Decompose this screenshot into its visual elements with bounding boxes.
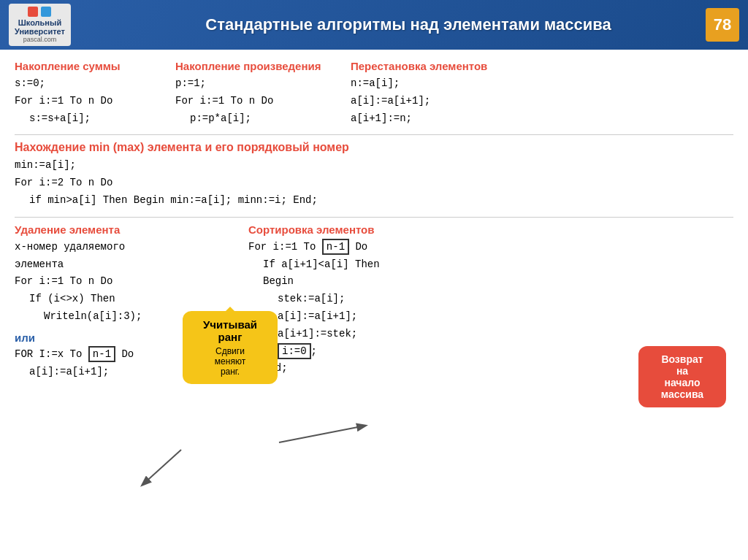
section-delete-title: Удаление элемента [15, 223, 241, 236]
bottom-row: Удаление элемента x-номер удаляемого эле… [15, 223, 733, 381]
content-area: Накопление суммы s:=0; For i:=1 To n Do … [0, 50, 748, 388]
section-minmax-code: min:=a[i]; For i:=2 To n Do if min>a[i] … [15, 157, 733, 209]
section-sum: Накопление суммы s:=0; For i:=1 To n Do … [15, 60, 175, 127]
logo-square-red [28, 7, 38, 17]
bubble-rank-text: Сдвиги меняют ранг. [193, 346, 267, 377]
svg-line-1 [279, 426, 365, 442]
logo-text-main: Школьный Университет [15, 18, 65, 36]
section-minmax: Нахождение min (max) элемента и его поря… [15, 141, 733, 209]
header: Школьный Университет pascal.com Стандарт… [0, 0, 748, 50]
section-swap: Перестановка элементов n:=a[i]; a[i]:=a[… [351, 60, 733, 127]
section-product-title: Накопление произведения [175, 60, 351, 72]
section-sum-title: Накопление суммы [15, 60, 175, 72]
bubble-rank-title: Учитывай ранг [193, 318, 267, 343]
section-minmax-title: Нахождение min (max) элемента и его поря… [15, 141, 733, 154]
logo-box: Школьный Университет pascal.com [9, 4, 71, 46]
top-row: Накопление суммы s:=0; For i:=1 To n Do … [15, 60, 733, 127]
svg-line-0 [142, 450, 181, 485]
section-swap-code: n:=a[i]; a[i]:=a[i+1]; a[i+1]:=n; [351, 75, 733, 127]
section-sort-title: Сортировка элементов [248, 223, 733, 236]
section-sum-code: s:=0; For i:=1 To n Do s:=s+a[i]; [15, 75, 175, 127]
section-swap-title: Перестановка элементов [351, 60, 733, 72]
section-product: Накопление произведения p:=1; For i:=1 T… [175, 60, 351, 127]
bubble-return: Возврат на начало массива [638, 346, 726, 407]
section-product-code: p:=1; For i:=1 To n Do p:=p*a[i]; [175, 75, 351, 127]
divider-1 [15, 134, 733, 135]
logo-square-blue [41, 7, 51, 17]
divider-2 [15, 217, 733, 218]
page-title: Стандартные алгоритмы над элементами мас… [111, 15, 706, 34]
bubble-rank: Учитывай ранг Сдвиги меняют ранг. [183, 311, 278, 384]
logo-area: Школьный Университет pascal.com [9, 4, 111, 46]
ili-label: или [15, 331, 35, 344]
page-number: 78 [706, 8, 739, 42]
logo-text-sub: pascal.com [23, 36, 57, 43]
